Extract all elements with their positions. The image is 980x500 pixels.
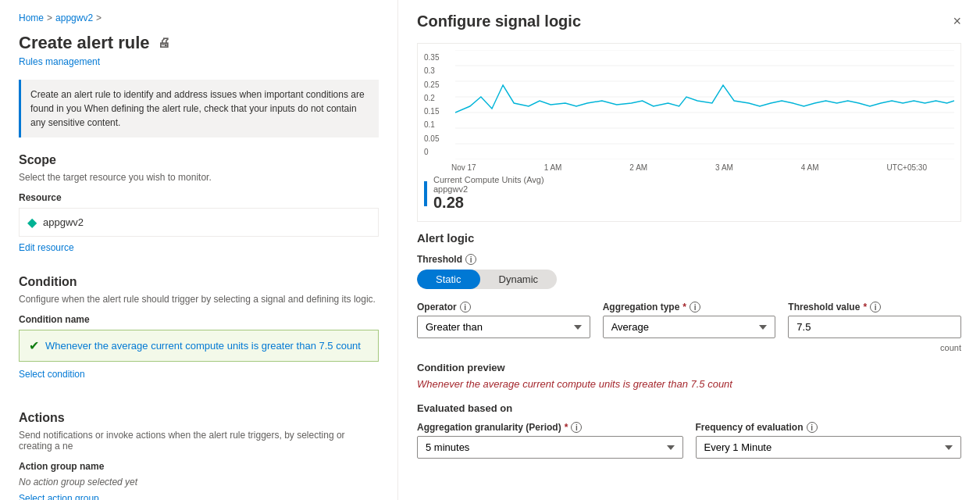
- rules-management-link[interactable]: Rules management: [19, 56, 379, 67]
- legend-value: 0.28: [433, 194, 544, 212]
- chart-legend: Current Compute Units (Avg) appgwv2 0.28: [424, 172, 954, 215]
- frequency-label: Frequency of evaluation i: [696, 422, 962, 433]
- scope-title: Scope: [19, 153, 379, 167]
- operator-group: Operator i Greater than Less than Greate…: [417, 302, 590, 338]
- y-axis-labels: 0.35 0.3 0.25 0.2 0.15 0.1 0.05 0: [424, 50, 451, 159]
- chart-container: 0.35 0.3 0.25 0.2 0.15 0.1 0.05 0: [417, 43, 961, 222]
- alert-logic-form-row: Operator i Greater than Less than Greate…: [417, 302, 961, 352]
- frequency-info-icon[interactable]: i: [807, 422, 818, 433]
- panel-title-row: Configure signal logic ×: [417, 12, 961, 30]
- resource-icon: ◆: [27, 215, 37, 230]
- aggregation-select[interactable]: Average Maximum Minimum Total Count: [603, 316, 776, 338]
- legend-bar: [424, 181, 427, 206]
- resource-label: Resource: [19, 192, 379, 203]
- condition-name-box: ✔ Whenever the average current compute u…: [19, 330, 379, 362]
- operator-info-icon[interactable]: i: [460, 302, 471, 312]
- aggregation-granularity-select[interactable]: 5 minutes 1 minute 15 minutes 30 minutes…: [417, 436, 683, 459]
- actions-title: Actions: [19, 411, 379, 425]
- edit-resource-link[interactable]: Edit resource: [19, 242, 74, 253]
- aggregation-granularity-group: Aggregation granularity (Period) * i 5 m…: [417, 422, 683, 459]
- legend-title: Current Compute Units (Avg): [433, 175, 544, 184]
- evaluated-title: Evaluated based on: [417, 402, 961, 414]
- threshold-toggle-group: Static Dynamic: [417, 270, 557, 289]
- condition-text: Whenever the average current compute uni…: [45, 340, 361, 352]
- actions-desc: Send notifications or invoke actions whe…: [19, 430, 379, 452]
- condition-desc: Configure when the alert rule should tri…: [19, 294, 379, 305]
- aggregation-label: Aggregation type * i: [603, 302, 776, 312]
- breadcrumb-resource[interactable]: appgwv2: [55, 12, 93, 23]
- threshold-info-icon[interactable]: i: [465, 254, 476, 265]
- alert-logic-title: Alert logic: [417, 231, 961, 245]
- select-action-link[interactable]: Select action group: [19, 493, 99, 500]
- threshold-value-input[interactable]: [788, 316, 961, 338]
- print-icon[interactable]: 🖨: [158, 36, 170, 50]
- frequency-group: Frequency of evaluation i Every 1 Minute…: [696, 422, 962, 459]
- static-toggle[interactable]: Static: [417, 270, 480, 289]
- breadcrumb: Home > appgwv2 >: [19, 12, 379, 23]
- threshold-label: Threshold i: [417, 254, 961, 265]
- x-axis-labels: Nov 17 1 AM 2 AM 3 AM 4 AM UTC+05:30: [424, 163, 954, 172]
- select-condition-link[interactable]: Select condition: [19, 369, 85, 380]
- condition-preview-title: Condition preview: [417, 362, 961, 373]
- info-text: Create an alert rule to identify and add…: [19, 80, 379, 138]
- threshold-value-group: Threshold value * i count: [788, 302, 961, 352]
- aggregation-info-icon[interactable]: i: [690, 302, 700, 312]
- no-action-text: No action group selected yet: [19, 477, 379, 488]
- threshold-unit: count: [788, 343, 961, 352]
- aggregation-granularity-info-icon[interactable]: i: [571, 422, 582, 433]
- condition-name-label: Condition name: [19, 314, 379, 325]
- evaluated-row: Aggregation granularity (Period) * i 5 m…: [417, 422, 961, 459]
- threshold-value-info-icon[interactable]: i: [870, 302, 881, 312]
- legend-resource: appgwv2: [433, 184, 544, 194]
- aggregation-granularity-label: Aggregation granularity (Period) * i: [417, 422, 683, 433]
- frequency-select[interactable]: Every 1 Minute Every 5 Minutes Every 15 …: [696, 436, 962, 459]
- close-button[interactable]: ×: [953, 13, 961, 30]
- action-group-label: Action group name: [19, 461, 379, 472]
- condition-preview-text: Whenever the average current compute uni…: [417, 378, 961, 390]
- page-title-row: Create alert rule 🖨: [19, 33, 379, 53]
- operator-label: Operator i: [417, 302, 590, 312]
- panel-title: Configure signal logic: [417, 12, 581, 30]
- resource-name: appgwv2: [43, 216, 84, 228]
- left-panel: Home > appgwv2 > Create alert rule 🖨 Rul…: [0, 0, 398, 500]
- page-title: Create alert rule: [19, 33, 150, 53]
- resource-row: ◆ appgwv2: [19, 208, 379, 237]
- breadcrumb-home[interactable]: Home: [19, 12, 44, 23]
- chart-svg: [455, 50, 954, 159]
- threshold-value-label: Threshold value * i: [788, 302, 961, 312]
- dynamic-toggle[interactable]: Dynamic: [480, 270, 558, 289]
- aggregation-group: Aggregation type * i Average Maximum Min…: [603, 302, 776, 338]
- right-panel: Configure signal logic × 0.35 0.3 0.25 0…: [398, 0, 980, 500]
- operator-select[interactable]: Greater than Less than Greater than or e…: [417, 316, 590, 338]
- scope-desc: Select the target resource you wish to m…: [19, 172, 379, 183]
- condition-check-icon: ✔: [29, 338, 39, 353]
- condition-title: Condition: [19, 275, 379, 289]
